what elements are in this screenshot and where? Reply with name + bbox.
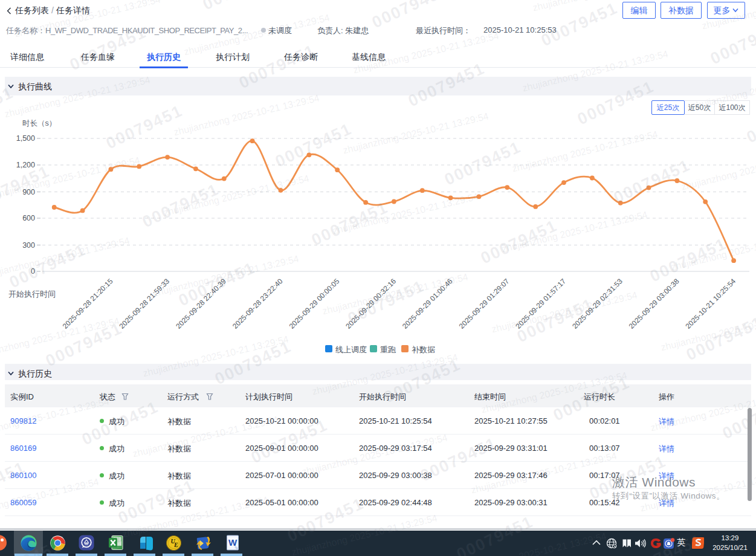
svg-text:2025-09-28 21:59:33: 2025-09-28 21:59:33 xyxy=(118,277,172,331)
svg-text:2025-09-28 21:20:15: 2025-09-28 21:20:15 xyxy=(61,277,115,331)
svg-text:E: E xyxy=(173,541,178,548)
svg-text:2025-09-28 23:22:40: 2025-09-28 23:22:40 xyxy=(231,277,285,331)
svg-text:2025-10-21 10:25:54: 2025-10-21 10:25:54 xyxy=(684,277,738,331)
svg-text:2025-09-29 02:31:53: 2025-09-29 02:31:53 xyxy=(570,277,624,331)
svg-text:W: W xyxy=(228,537,237,548)
svg-text:2025-09-29 01:00:46: 2025-09-29 01:00:46 xyxy=(401,277,454,331)
svg-text:2025-09-29 01:29:07: 2025-09-29 01:29:07 xyxy=(457,277,511,331)
svg-text:2025-09-29 00:32:16: 2025-09-29 00:32:16 xyxy=(344,277,398,331)
svg-text:2025-09-28 22:40:39: 2025-09-28 22:40:39 xyxy=(174,277,228,331)
svg-text:2025-09-29 03:00:38: 2025-09-29 03:00:38 xyxy=(627,277,681,331)
svg-text:2025-09-29 01:57:17: 2025-09-29 01:57:17 xyxy=(514,277,567,331)
svg-text:2025-09-29 00:00:05: 2025-09-29 00:00:05 xyxy=(288,277,341,331)
